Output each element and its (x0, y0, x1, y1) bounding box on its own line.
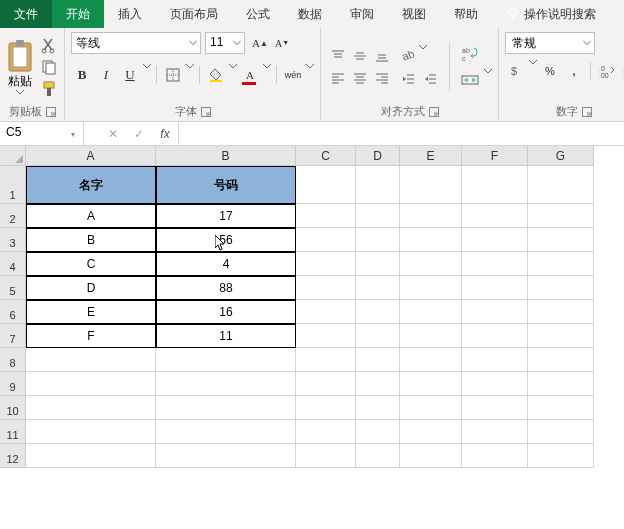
row-header[interactable]: 11 (0, 420, 26, 444)
cell[interactable] (296, 300, 356, 324)
align-center-button[interactable] (349, 68, 371, 88)
cell[interactable] (400, 324, 462, 348)
row-header[interactable]: 10 (0, 396, 26, 420)
chevron-down-icon[interactable] (186, 64, 194, 86)
cell-A3[interactable]: B (26, 228, 156, 252)
chevron-down-icon[interactable]: ▾ (66, 129, 80, 138)
menu-formulas[interactable]: 公式 (232, 0, 284, 28)
menu-home[interactable]: 开始 (52, 0, 104, 28)
cell[interactable] (400, 166, 462, 204)
border-button[interactable] (162, 64, 184, 86)
cell[interactable] (296, 252, 356, 276)
orientation-button[interactable]: ab (397, 45, 419, 65)
cell[interactable] (462, 252, 528, 276)
accounting-format-button[interactable]: $ (505, 60, 527, 82)
row-header[interactable]: 6 (0, 300, 26, 324)
cell-A5[interactable]: D (26, 276, 156, 300)
cell[interactable] (400, 228, 462, 252)
cell[interactable] (462, 396, 528, 420)
cell[interactable] (462, 228, 528, 252)
col-header-E[interactable]: E (400, 146, 462, 166)
cell[interactable] (26, 420, 156, 444)
cell[interactable] (528, 444, 594, 468)
cell[interactable] (400, 444, 462, 468)
cell[interactable] (400, 396, 462, 420)
cell[interactable] (356, 324, 400, 348)
cell[interactable] (296, 166, 356, 204)
cell[interactable] (156, 420, 296, 444)
cell[interactable] (296, 348, 356, 372)
select-all-corner[interactable] (0, 146, 26, 166)
cell[interactable] (462, 166, 528, 204)
row-header[interactable]: 4 (0, 252, 26, 276)
chevron-down-icon[interactable] (263, 64, 271, 86)
cell-A6[interactable]: E (26, 300, 156, 324)
cell-B7[interactable]: 11 (156, 324, 296, 348)
menu-review[interactable]: 审阅 (336, 0, 388, 28)
cell[interactable] (156, 372, 296, 396)
cell[interactable] (528, 276, 594, 300)
cancel-edit-button[interactable]: ✕ (100, 122, 126, 145)
align-middle-button[interactable] (349, 46, 371, 66)
align-top-button[interactable] (327, 46, 349, 66)
chevron-down-icon[interactable] (229, 64, 237, 86)
col-header-F[interactable]: F (462, 146, 528, 166)
cell[interactable] (156, 444, 296, 468)
cell[interactable] (26, 444, 156, 468)
phonetic-button[interactable]: wén (282, 64, 304, 86)
cell[interactable] (528, 348, 594, 372)
col-header-C[interactable]: C (296, 146, 356, 166)
cell[interactable] (400, 300, 462, 324)
menu-view[interactable]: 视图 (388, 0, 440, 28)
cell[interactable] (156, 396, 296, 420)
cell[interactable] (462, 372, 528, 396)
cell[interactable] (26, 396, 156, 420)
cell[interactable] (528, 420, 594, 444)
menu-tell-me[interactable]: 操作说明搜索 (492, 0, 610, 28)
cell-A1[interactable]: 名字 (26, 166, 156, 204)
menu-help[interactable]: 帮助 (440, 0, 492, 28)
col-header-A[interactable]: A (26, 146, 156, 166)
col-header-D[interactable]: D (356, 146, 400, 166)
cell[interactable] (462, 444, 528, 468)
cell[interactable] (462, 420, 528, 444)
merge-center-button[interactable] (458, 68, 482, 92)
menu-insert[interactable]: 插入 (104, 0, 156, 28)
fill-color-button[interactable] (205, 64, 227, 86)
cell[interactable] (356, 372, 400, 396)
cell[interactable] (400, 420, 462, 444)
paste-button[interactable]: 粘贴 (6, 39, 34, 95)
menu-data[interactable]: 数据 (284, 0, 336, 28)
cell[interactable] (528, 228, 594, 252)
align-left-button[interactable] (327, 68, 349, 88)
dialog-launcher-icon[interactable] (46, 107, 56, 117)
increase-decimal-button[interactable]: .0.00 (596, 60, 618, 82)
dialog-launcher-icon[interactable] (201, 107, 211, 117)
grow-font-button[interactable]: A▲ (249, 32, 271, 54)
row-header[interactable]: 3 (0, 228, 26, 252)
cell-B2[interactable]: 17 (156, 204, 296, 228)
cell[interactable] (528, 372, 594, 396)
italic-button[interactable]: I (95, 64, 117, 86)
cell[interactable] (400, 204, 462, 228)
row-header[interactable]: 8 (0, 348, 26, 372)
copy-icon[interactable] (40, 58, 58, 76)
bold-button[interactable]: B (71, 64, 93, 86)
menu-file[interactable]: 文件 (0, 0, 52, 28)
row-header[interactable]: 2 (0, 204, 26, 228)
cell[interactable] (296, 396, 356, 420)
row-header[interactable]: 7 (0, 324, 26, 348)
cell[interactable] (462, 324, 528, 348)
cell[interactable] (356, 300, 400, 324)
cell-B5[interactable]: 88 (156, 276, 296, 300)
cell[interactable] (296, 444, 356, 468)
chevron-down-icon[interactable] (143, 64, 151, 86)
chevron-down-icon[interactable] (306, 64, 314, 86)
cell[interactable] (356, 396, 400, 420)
cell-A4[interactable]: C (26, 252, 156, 276)
number-format-select[interactable]: 常规 (505, 32, 595, 54)
cell[interactable] (356, 166, 400, 204)
cell[interactable] (356, 444, 400, 468)
dialog-launcher-icon[interactable] (429, 107, 439, 117)
cell[interactable] (356, 276, 400, 300)
